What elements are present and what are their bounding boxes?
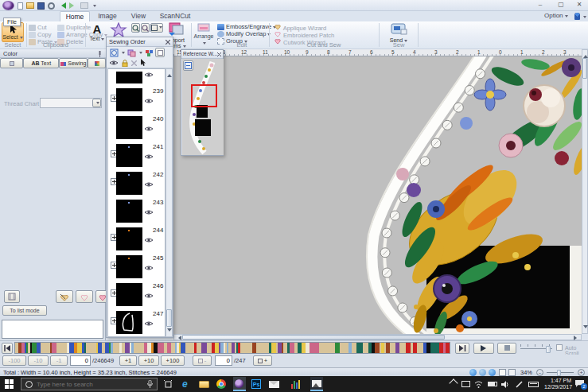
clock[interactable]: 1:47 PM 12/29/2017 <box>544 378 571 390</box>
reference-window-titlebar[interactable]: Reference W... <box>181 50 223 59</box>
canvas-vscrollbar[interactable] <box>582 49 588 334</box>
status-view-button-2[interactable] <box>508 369 516 376</box>
sewing-order-item[interactable]: 239 <box>108 87 165 114</box>
hscroll-thumb[interactable] <box>182 335 445 340</box>
new-document-icon[interactable] <box>18 2 23 10</box>
status-tool-button-2[interactable] <box>479 369 486 376</box>
applique-heart-button[interactable] <box>56 290 73 303</box>
print-icon[interactable] <box>80 2 88 9</box>
qat-customize-caret[interactable] <box>93 5 96 9</box>
visibility-eye-icon[interactable] <box>144 153 154 161</box>
tab-import[interactable]: Import <box>0 58 23 68</box>
text-tool-button[interactable]: A Text <box>88 22 107 43</box>
start-button[interactable] <box>5 379 14 389</box>
shapes-tool-button[interactable] <box>110 22 129 38</box>
photos-app-icon[interactable] <box>310 377 323 391</box>
zoom-in-button[interactable] <box>131 23 140 33</box>
select-block-cursor-icon[interactable] <box>140 59 146 67</box>
visibility-eye-icon[interactable] <box>144 265 154 273</box>
stitch-block-thumbnail[interactable] <box>116 72 142 83</box>
keyboard-tray-icon[interactable] <box>528 382 539 387</box>
pin-icon[interactable] <box>97 51 103 57</box>
photoshop-icon[interactable]: Ps <box>251 379 261 389</box>
redo-icon[interactable] <box>69 2 77 9</box>
visibility-eye-icon[interactable] <box>144 126 154 134</box>
stitch-block-thumbnail[interactable] <box>116 144 142 167</box>
tray-expand-icon[interactable] <box>449 378 458 387</box>
copy-button[interactable]: Copy <box>29 31 52 38</box>
sewing-order-item[interactable]: 241 <box>108 142 165 169</box>
status-view-button-1[interactable] <box>499 369 506 376</box>
wifi-tray-icon[interactable] <box>474 381 483 388</box>
to-list-mode-button[interactable]: To list mode <box>2 305 47 316</box>
stitch-block-thumbnail[interactable] <box>116 255 142 278</box>
zoom-out-tool-button[interactable] <box>141 23 150 33</box>
go-to-start-button[interactable] <box>2 343 13 354</box>
volume-tray-icon[interactable] <box>501 381 509 388</box>
stitch-back-100-button[interactable]: -100 <box>2 355 26 366</box>
option-menu[interactable]: Option <box>544 11 568 21</box>
hoop-view-button[interactable] <box>108 47 119 58</box>
stitch-fwd-10-button[interactable]: +10 <box>138 355 159 366</box>
hoop-view-caret[interactable] <box>122 52 125 56</box>
account-caret[interactable] <box>583 16 586 20</box>
color-blocks-button[interactable] <box>143 47 154 58</box>
emboss-engrave-button[interactable]: Emboss/Engrave <box>217 23 276 30</box>
account-icon[interactable] <box>574 13 580 20</box>
reference-window-close-icon[interactable] <box>217 52 221 56</box>
sewing-order-titlebar[interactable]: Sewing Order <box>107 37 173 47</box>
sewing-order-item[interactable]: 246 <box>108 281 165 309</box>
go-to-end-button[interactable] <box>455 343 469 354</box>
visibility-eye-icon[interactable] <box>144 72 154 80</box>
play-button[interactable] <box>473 343 494 354</box>
applique-wizard-button[interactable]: Applique Wizard <box>274 23 326 30</box>
status-tool-button-3[interactable] <box>489 369 496 376</box>
heart-outline-button[interactable] <box>76 290 93 303</box>
current-block-input[interactable] <box>215 355 232 366</box>
visibility-eye-icon[interactable] <box>144 237 154 245</box>
open-folder-icon[interactable] <box>26 2 34 9</box>
minimize-button[interactable]: – <box>532 0 549 10</box>
maximize-button[interactable]: ▢ <box>552 0 570 10</box>
stitch-back-10-button[interactable]: -10 <box>28 355 49 366</box>
task-view-icon[interactable] <box>164 380 173 389</box>
sewing-order-item[interactable]: 244 <box>108 226 165 253</box>
canvas-hscrollbar[interactable] <box>173 334 582 340</box>
block-back-button[interactable]: - <box>193 355 212 366</box>
thread-chart-caret-button[interactable] <box>92 99 101 107</box>
undo-icon[interactable] <box>58 2 66 9</box>
current-stitch-input[interactable] <box>70 355 91 366</box>
status-tool-button-1[interactable] <box>469 369 477 376</box>
visibility-eye-icon[interactable] <box>144 98 154 106</box>
send-button[interactable]: Send <box>387 22 411 43</box>
stop-button[interactable] <box>497 343 516 354</box>
display-tray-icon[interactable] <box>461 381 470 387</box>
file-explorer-icon[interactable] <box>199 381 209 388</box>
zoom-in-button[interactable]: + <box>578 369 585 376</box>
color-sequence-strip[interactable] <box>14 342 450 354</box>
sewing-order-item[interactable]: 242 <box>108 170 165 197</box>
sewing-order-item[interactable]: 240 <box>108 114 165 142</box>
stitch-block-thumbnail[interactable] <box>116 116 142 139</box>
design-view-caret[interactable] <box>139 52 142 56</box>
tab-sewing-attributes[interactable]: Sewing At... <box>59 58 88 68</box>
edge-icon[interactable]: e <box>182 378 188 390</box>
color-list-box[interactable] <box>2 320 103 339</box>
mail-icon[interactable] <box>269 381 279 388</box>
chrome-icon[interactable] <box>216 379 226 389</box>
tab-view[interactable]: View <box>125 11 152 21</box>
pen-tray-icon[interactable] <box>516 381 523 388</box>
modify-overlap-button[interactable]: Modify Overlap <box>217 30 271 37</box>
design-view-button[interactable] <box>126 47 137 58</box>
block-fwd-button[interactable]: + <box>253 355 272 366</box>
so-scroll-up-icon[interactable] <box>167 72 172 77</box>
mic-icon[interactable] <box>147 380 153 388</box>
battery-tray-icon[interactable] <box>488 382 497 386</box>
stitch-block-thumbnail[interactable] <box>116 227 142 250</box>
stitch-back-1-button[interactable]: -1 <box>50 355 68 366</box>
sewing-order-item[interactable] <box>108 70 165 86</box>
delete-block-icon[interactable] <box>131 60 137 66</box>
so-scroll-thumb[interactable] <box>166 309 172 327</box>
scroll-down-icon[interactable] <box>583 325 588 331</box>
zoom-fit-button[interactable] <box>150 23 163 33</box>
